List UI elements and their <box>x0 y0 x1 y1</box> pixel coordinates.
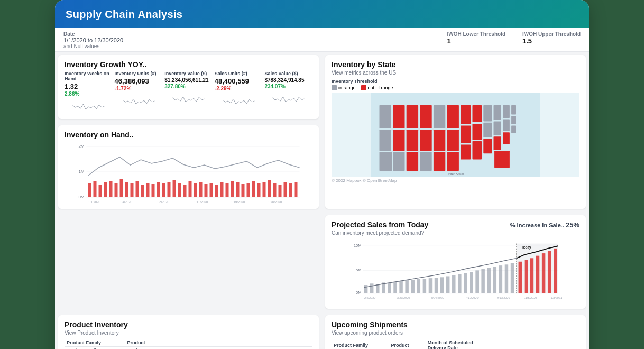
svg-rect-120 <box>481 269 484 293</box>
svg-rect-21 <box>461 144 471 159</box>
svg-rect-58 <box>157 182 160 197</box>
dashboard-title: Supply Chain Analysis <box>66 8 578 21</box>
svg-rect-122 <box>493 267 496 293</box>
svg-rect-20 <box>461 125 471 143</box>
svg-rect-114 <box>446 276 449 293</box>
kpi-value: 46,386,093 <box>115 77 163 85</box>
svg-rect-76 <box>252 181 255 197</box>
svg-rect-78 <box>263 182 266 197</box>
shipments-table: Product Family Product Month of Schedule… <box>332 339 579 349</box>
svg-rect-112 <box>435 278 438 293</box>
kpi-item: Inventory Weeks on Hand1.322.86% <box>65 71 113 115</box>
inventory-chart: 2M 1M 0M <box>65 141 312 205</box>
col-product: Product <box>125 339 163 347</box>
svg-rect-49 <box>109 181 113 197</box>
mini-chart <box>65 99 113 115</box>
svg-rect-10 <box>420 105 431 128</box>
projected-subtitle: Can inventory meet projected demand? <box>332 230 428 236</box>
svg-rect-19 <box>461 105 471 124</box>
svg-rect-79 <box>268 180 271 197</box>
svg-rect-125 <box>511 263 514 293</box>
svg-rect-56 <box>146 183 150 197</box>
svg-rect-107 <box>405 280 408 293</box>
svg-rect-6 <box>393 152 404 171</box>
svg-rect-15 <box>434 152 445 171</box>
product-inventory-title: Product Inventory <box>65 320 312 329</box>
shipments-title: Upcoming Shipments <box>332 320 579 329</box>
svg-rect-60 <box>168 182 171 197</box>
projected-percent: % increase in Sale.. 25% <box>510 221 579 229</box>
svg-rect-115 <box>452 275 455 293</box>
svg-rect-2 <box>380 130 391 151</box>
svg-rect-53 <box>131 183 134 197</box>
svg-rect-68 <box>210 183 213 197</box>
in-range-dot <box>332 85 337 90</box>
kpi-change: 2.86% <box>65 91 113 97</box>
svg-rect-82 <box>284 182 287 197</box>
legend-in-range: in range <box>332 85 356 90</box>
svg-rect-35 <box>511 105 516 115</box>
kpi-label: Inventory Units (#) <box>115 71 163 76</box>
svg-rect-126 <box>519 262 522 293</box>
svg-text:5M: 5M <box>356 268 361 272</box>
threshold-upper-label: IWOH Upper Threshold <box>522 31 581 37</box>
percent-value: 25% <box>566 221 579 229</box>
ship-col-product: Product <box>389 339 426 349</box>
svg-rect-101 <box>370 283 373 293</box>
svg-rect-132 <box>554 249 557 293</box>
svg-text:7/19/2020: 7/19/2020 <box>465 296 479 299</box>
kpi-item: Inventory Value ($)$1,234,056,611.21327.… <box>164 71 213 115</box>
kpi-value: $788,324,914.85 <box>264 77 312 83</box>
inventory-svg: 2M 1M 0M <box>65 141 312 205</box>
svg-rect-71 <box>226 183 229 197</box>
svg-rect-51 <box>120 179 123 197</box>
svg-rect-104 <box>388 283 391 293</box>
kpi-value: $1,234,056,611.21 <box>164 77 213 83</box>
svg-rect-3 <box>380 152 392 171</box>
svg-rect-29 <box>494 121 501 135</box>
map-area: United States <box>332 93 579 177</box>
col-dots <box>162 339 312 347</box>
projected-chart: 10M 5M 0M Today <box>332 241 579 305</box>
kpi-label: Sales Units (#) <box>215 71 263 76</box>
kpi-change: 327.80% <box>164 84 213 89</box>
svg-rect-50 <box>115 183 118 197</box>
svg-text:1/28/2020: 1/28/2020 <box>268 200 282 204</box>
svg-text:United States: United States <box>447 172 465 176</box>
svg-text:3/29/2020: 3/29/2020 <box>397 296 410 299</box>
map-credit: © 2022 Mapbox © OpenStreetMap <box>332 178 579 183</box>
svg-rect-28 <box>494 105 501 120</box>
svg-rect-1 <box>380 105 391 128</box>
map-legend-title: Inventory Threshold <box>332 79 579 84</box>
svg-rect-12 <box>420 152 431 171</box>
svg-rect-33 <box>503 132 510 144</box>
svg-rect-105 <box>393 282 397 293</box>
product-family-cell: Product Family 1 <box>65 347 125 350</box>
svg-rect-36 <box>511 116 516 124</box>
table-row: Product Family 1Product 1 <box>65 347 312 350</box>
svg-rect-113 <box>440 277 444 293</box>
product-inventory-section: Product Inventory View Product Inventory… <box>58 315 319 349</box>
svg-rect-27 <box>483 139 492 153</box>
projected-header: Projected Sales from Today Can inventory… <box>332 221 579 239</box>
projected-title: Projected Sales from Today <box>332 221 428 229</box>
kpi-grid: Inventory Weeks on Hand1.322.86%Inventor… <box>65 71 312 115</box>
svg-rect-63 <box>183 185 187 197</box>
product-dots-cell <box>162 347 312 350</box>
svg-rect-70 <box>220 182 224 197</box>
svg-rect-117 <box>464 273 467 293</box>
mini-chart <box>264 91 312 107</box>
inventory-section: Inventory on Hand.. 2M 1M 0M <box>58 125 319 209</box>
kpi-value: 1.32 <box>65 82 113 90</box>
svg-rect-17 <box>447 130 459 151</box>
svg-rect-129 <box>536 256 539 293</box>
svg-rect-109 <box>417 279 420 293</box>
svg-rect-121 <box>487 268 491 293</box>
svg-rect-54 <box>136 181 139 197</box>
svg-rect-62 <box>178 183 181 197</box>
map-subtitle: View metrics across the US <box>332 70 579 76</box>
svg-rect-106 <box>399 281 402 293</box>
thresholds: IWOH Lower Threshold 1 IWOH Upper Thresh… <box>447 31 581 45</box>
svg-rect-59 <box>162 183 165 197</box>
ship-col-family: Product Family <box>332 339 389 349</box>
